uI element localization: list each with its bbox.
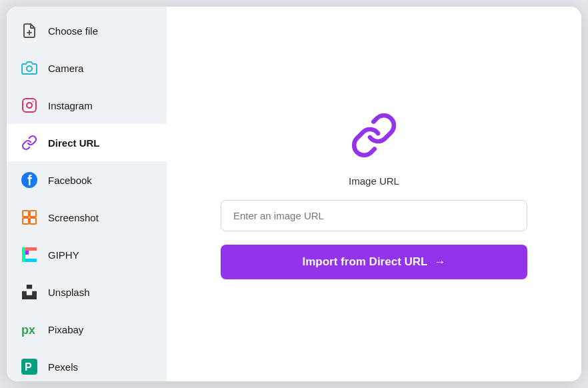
sidebar-item-label: Instagram xyxy=(48,100,93,111)
svg-rect-13 xyxy=(25,259,37,262)
sidebar-item-label: Pexels xyxy=(48,361,78,373)
main-content: Image URL Import from Direct URL → xyxy=(167,7,581,381)
svg-rect-9 xyxy=(30,218,36,224)
choose-file-icon xyxy=(20,21,39,40)
sidebar-item-label: Pixabay xyxy=(48,324,83,335)
facebook-icon xyxy=(20,171,39,189)
svg-text:P: P xyxy=(25,361,32,373)
giphy-icon xyxy=(20,245,39,264)
svg-rect-3 xyxy=(23,99,36,112)
pixabay-icon: px xyxy=(20,320,39,339)
import-button-label: Import from Direct URL xyxy=(303,255,428,269)
svg-rect-7 xyxy=(30,211,36,217)
sidebar-item-unsplash[interactable]: Unsplash xyxy=(7,273,167,311)
url-input[interactable] xyxy=(221,200,527,231)
sidebar-item-giphy[interactable]: GIPHY xyxy=(7,236,167,273)
sidebar-item-label: Camera xyxy=(48,63,83,74)
sidebar: Choose file Camera Instagram xyxy=(7,7,167,381)
sidebar-item-label: Direct URL xyxy=(48,137,100,149)
sidebar-item-label: Facebook xyxy=(48,175,92,186)
sidebar-item-pixabay[interactable]: px Pixabay xyxy=(7,311,167,348)
arrow-icon: → xyxy=(434,255,445,269)
direct-url-icon xyxy=(20,133,39,152)
sidebar-item-label: GIPHY xyxy=(48,249,79,261)
screenshot-icon xyxy=(20,208,39,227)
svg-rect-6 xyxy=(23,211,29,217)
pexels-icon: P xyxy=(20,357,39,376)
image-url-label: Image URL xyxy=(349,175,399,187)
camera-icon xyxy=(20,59,39,77)
svg-text:px: px xyxy=(21,323,35,337)
sidebar-item-choose-file[interactable]: Choose file xyxy=(7,12,167,49)
sidebar-item-label: Choose file xyxy=(48,25,98,37)
sidebar-item-pexels[interactable]: P Pexels xyxy=(7,348,167,381)
sidebar-item-camera[interactable]: Camera xyxy=(7,49,167,87)
svg-rect-8 xyxy=(23,218,29,224)
instagram-icon xyxy=(20,96,39,115)
modal: Choose file Camera Instagram xyxy=(7,7,581,381)
sidebar-item-facebook[interactable]: Facebook xyxy=(7,161,167,199)
sidebar-item-label: Screenshot xyxy=(48,212,99,223)
import-button[interactable]: Import from Direct URL → xyxy=(221,245,527,279)
svg-rect-12 xyxy=(25,251,29,255)
sidebar-item-instagram[interactable]: Instagram xyxy=(7,87,167,124)
svg-point-2 xyxy=(27,66,32,71)
sidebar-item-screenshot[interactable]: Screenshot xyxy=(7,199,167,236)
unsplash-icon xyxy=(20,283,39,301)
link-icon-large xyxy=(347,109,401,162)
svg-rect-10 xyxy=(22,247,25,262)
sidebar-item-direct-url[interactable]: Direct URL xyxy=(7,124,167,161)
sidebar-item-label: Unsplash xyxy=(48,287,90,298)
svg-rect-11 xyxy=(25,247,37,251)
